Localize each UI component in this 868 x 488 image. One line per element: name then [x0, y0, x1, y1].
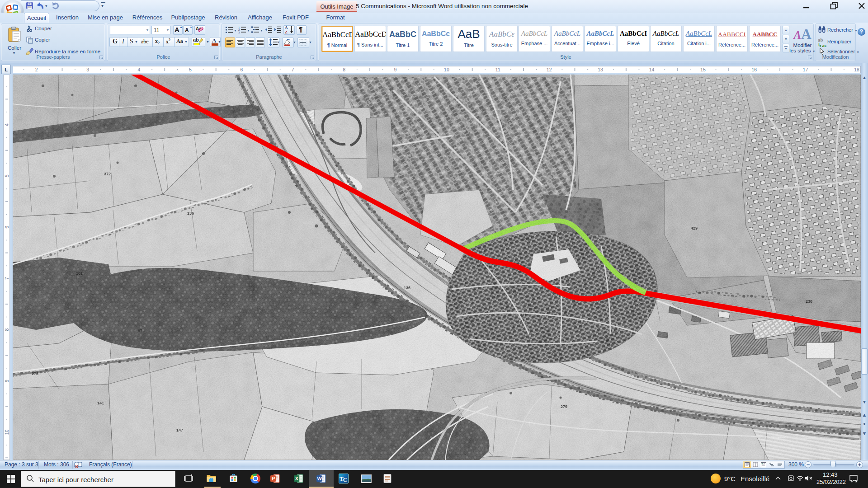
svg-text:6: 6 [4, 226, 9, 229]
svg-text:9: 9 [394, 67, 397, 72]
svg-text:5: 5 [4, 174, 9, 177]
svg-text:P: P [272, 476, 275, 481]
svg-text:16: 16 [751, 67, 757, 72]
svg-text:11: 11 [495, 67, 500, 72]
svg-text:17: 17 [803, 67, 808, 72]
svg-text:9: 9 [4, 380, 9, 382]
svg-text:7: 7 [292, 67, 294, 72]
svg-text:4: 4 [4, 123, 9, 126]
svg-text:X: X [295, 476, 299, 481]
svg-text:2: 2 [35, 67, 38, 72]
svg-text:W: W [317, 476, 322, 481]
svg-text:18: 18 [854, 67, 859, 72]
svg-text:8: 8 [343, 67, 345, 72]
svg-text:3: 3 [86, 67, 89, 72]
svg-text:10: 10 [4, 429, 9, 435]
svg-text:12: 12 [547, 67, 552, 72]
svg-text:13: 13 [598, 67, 603, 72]
svg-text:6: 6 [240, 67, 243, 72]
svg-text:15: 15 [700, 67, 706, 72]
svg-text:C: C [343, 476, 347, 483]
svg-text:7: 7 [4, 277, 9, 280]
svg-text:5: 5 [189, 67, 192, 72]
svg-text:4: 4 [138, 67, 141, 72]
svg-text:10: 10 [444, 67, 449, 72]
svg-text:14: 14 [649, 67, 655, 72]
svg-text:8: 8 [4, 328, 9, 331]
svg-text:3: 3 [238, 31, 240, 34]
